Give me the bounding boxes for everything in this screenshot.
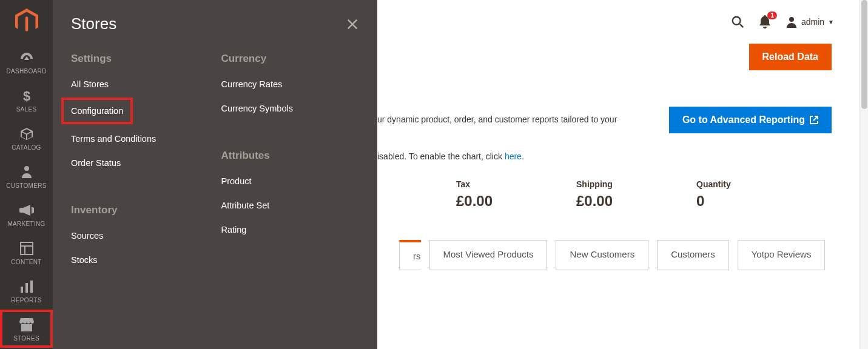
flyout-link-product[interactable]: Product: [221, 176, 360, 186]
nav-label: STORES: [13, 335, 39, 342]
flyout-col-1: Settings All Stores Configuration Terms …: [71, 53, 209, 279]
scrollbar-thumb[interactable]: [861, 0, 867, 109]
metric-shipping: Shipping £0.00: [576, 179, 679, 210]
search-icon[interactable]: [731, 15, 744, 28]
flyout-link-currency-symbols[interactable]: Currency Symbols: [221, 104, 360, 113]
flyout-link-rating[interactable]: Rating: [221, 225, 360, 234]
box-icon: [19, 126, 35, 142]
metric-value: £0.00: [456, 193, 559, 210]
nav-label: SALES: [16, 106, 37, 113]
metric-value: 0: [696, 193, 799, 210]
reload-data-button[interactable]: Reload Data: [749, 44, 832, 70]
username-label: admin: [801, 17, 824, 27]
nav-marketing[interactable]: MARKETING: [0, 195, 53, 233]
chart-note-suffix: .: [522, 151, 524, 161]
svg-line-9: [740, 24, 744, 27]
tab-partial[interactable]: rs: [399, 240, 421, 270]
advanced-reporting-text: ur dynamic product, order, and customer …: [377, 113, 617, 127]
topbar: 1 admin ▼: [377, 0, 856, 44]
metric-label: Tax: [456, 179, 559, 189]
nav-catalog[interactable]: CATALOG: [0, 119, 53, 157]
tabs-row: rs Most Viewed Products New Customers Cu…: [377, 240, 856, 270]
nav-label: DASHBOARD: [6, 68, 46, 75]
tab-customers[interactable]: Customers: [657, 240, 729, 270]
flyout-link-order-status[interactable]: Order Status: [71, 158, 209, 168]
svg-rect-7: [30, 281, 33, 293]
metric-tax: Tax £0.00: [456, 179, 559, 210]
svg-rect-5: [21, 287, 23, 293]
metric-label: Shipping: [576, 179, 679, 189]
user-icon: [786, 16, 798, 28]
main-content: 1 admin ▼ Reload Data ur dynamic product…: [377, 0, 868, 349]
magento-logo-icon: [15, 8, 38, 34]
metric-label: Quantity: [696, 179, 799, 189]
flyout-link-stocks[interactable]: Stocks: [71, 255, 209, 265]
tab-new-customers[interactable]: New Customers: [556, 240, 648, 270]
flyout-heading-inventory: Inventory: [71, 204, 209, 216]
svg-text:$: $: [22, 88, 30, 103]
flyout-title: Stores: [71, 15, 116, 33]
dollar-icon: $: [19, 88, 35, 104]
flyout-link-sources[interactable]: Sources: [71, 231, 209, 241]
tab-most-viewed[interactable]: Most Viewed Products: [429, 240, 548, 270]
nav-label: CONTENT: [11, 259, 41, 265]
chevron-down-icon: ▼: [828, 19, 834, 25]
layout-icon: [19, 241, 35, 256]
bullhorn-icon: [19, 202, 35, 218]
close-icon[interactable]: [346, 18, 359, 31]
metric-quantity: Quantity 0: [696, 179, 799, 210]
advanced-reporting-label: Go to Advanced Reporting: [682, 115, 805, 125]
user-menu[interactable]: admin ▼: [786, 16, 834, 28]
flyout-link-attribute-set[interactable]: Attribute Set: [221, 201, 360, 210]
metrics-row: Tax £0.00 Shipping £0.00 Quantity 0: [377, 179, 856, 210]
tab-yotpo[interactable]: Yotpo Reviews: [738, 240, 826, 270]
magento-logo[interactable]: [0, 0, 53, 42]
advanced-reporting-button[interactable]: Go to Advanced Reporting: [669, 107, 832, 133]
flyout-link-currency-rates[interactable]: Currency Rates: [221, 79, 360, 89]
bars-icon: [19, 279, 35, 294]
flyout-heading-settings: Settings: [71, 53, 209, 65]
svg-point-8: [733, 17, 741, 25]
gauge-icon: [19, 50, 35, 65]
flyout-link-terms[interactable]: Terms and Conditions: [71, 134, 209, 144]
nav-stores[interactable]: STORES: [0, 310, 53, 348]
person-icon: [19, 164, 35, 180]
svg-rect-2: [21, 242, 33, 254]
metric-value: £0.00: [576, 193, 679, 210]
nav-label: MARKETING: [7, 221, 45, 227]
notification-badge: 1: [767, 12, 777, 19]
svg-rect-6: [25, 283, 28, 293]
storefront-icon: [19, 317, 35, 333]
main-sidebar: DASHBOARD $ SALES CATALOG CUSTOMERS MARK…: [0, 0, 53, 349]
scrollbar[interactable]: [860, 0, 868, 349]
flyout-link-configuration[interactable]: Configuration: [61, 98, 133, 124]
flyout-link-all-stores[interactable]: All Stores: [71, 79, 209, 89]
svg-point-10: [789, 17, 794, 22]
nav-customers[interactable]: CUSTOMERS: [0, 157, 53, 195]
nav-label: REPORTS: [11, 297, 41, 304]
nav-label: CUSTOMERS: [6, 182, 46, 189]
nav-content[interactable]: CONTENT: [0, 233, 53, 271]
flyout-col-2: Currency Currency Rates Currency Symbols…: [221, 53, 360, 279]
chart-note-prefix: isabled. To enable the chart, click: [377, 151, 505, 161]
flyout-heading-currency: Currency: [221, 53, 360, 65]
external-link-icon: [810, 116, 818, 124]
chart-disabled-note: isabled. To enable the chart, click here…: [377, 151, 856, 161]
nav-reports[interactable]: REPORTS: [0, 271, 53, 310]
stores-flyout: Stores Settings All Stores Configuration…: [53, 0, 377, 349]
notifications-button[interactable]: 1: [759, 15, 771, 28]
nav-dashboard[interactable]: DASHBOARD: [0, 42, 53, 81]
nav-label: CATALOG: [12, 144, 41, 151]
nav-sales[interactable]: $ SALES: [0, 81, 53, 119]
flyout-heading-attributes: Attributes: [221, 150, 360, 162]
enable-chart-link[interactable]: here: [505, 151, 522, 161]
svg-point-1: [24, 166, 29, 171]
